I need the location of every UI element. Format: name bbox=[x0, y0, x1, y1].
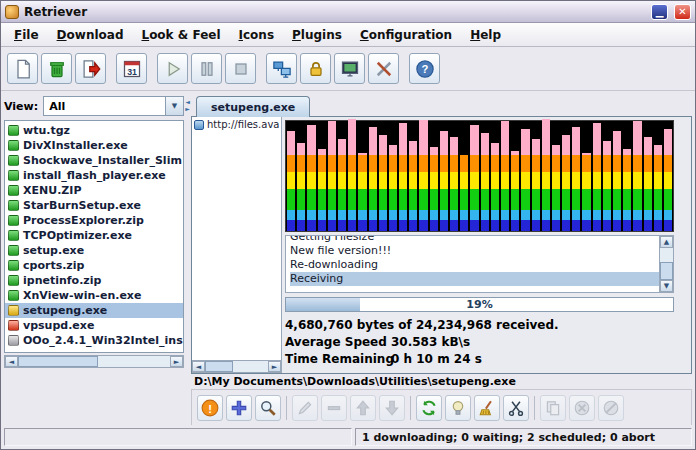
menu-download[interactable]: Download bbox=[48, 25, 133, 45]
add-download-button[interactable] bbox=[226, 395, 252, 421]
url-item[interactable]: http://files.ava bbox=[194, 119, 279, 130]
cancel-button[interactable] bbox=[569, 395, 595, 421]
list-item-selected[interactable]: setupeng.exe bbox=[5, 303, 183, 318]
list-item[interactable]: Shockwave_Installer_Slim bbox=[5, 153, 183, 168]
list-item[interactable]: XENU.ZIP bbox=[5, 183, 183, 198]
scroll-down-icon[interactable]: ▼ bbox=[660, 280, 673, 292]
log-line[interactable]: Getting Filesize bbox=[290, 235, 659, 244]
cancel-icon bbox=[573, 399, 591, 417]
toolbar-separator bbox=[410, 396, 411, 420]
menu-plugins[interactable]: Plugins bbox=[283, 25, 351, 45]
scroll-left-icon[interactable]: ◄ bbox=[192, 361, 205, 372]
log-line[interactable]: New file version!!! bbox=[290, 244, 659, 258]
network-button[interactable] bbox=[266, 53, 297, 84]
find-button[interactable] bbox=[255, 395, 281, 421]
scroll-up-icon[interactable]: ▲ bbox=[660, 236, 673, 248]
calendar-icon: 31 bbox=[122, 59, 142, 79]
list-item[interactable]: TCPOptimizer.exe bbox=[5, 228, 183, 243]
file-status-icon bbox=[8, 335, 19, 346]
view-filter-combobox[interactable]: All ▼ bbox=[43, 96, 184, 116]
list-item[interactable]: OOo_2.4.1_Win32Intel_ins bbox=[5, 333, 183, 348]
chevron-down-icon[interactable]: ▼ bbox=[165, 97, 183, 115]
statusbar: 1 downloading; 0 waiting; 2 scheduled; 0… bbox=[1, 425, 695, 449]
scroll-right-icon[interactable]: ► bbox=[268, 361, 281, 372]
list-item[interactable]: setup.exe bbox=[5, 243, 183, 258]
new-download-button[interactable] bbox=[7, 53, 38, 84]
network-monitors-icon bbox=[272, 59, 292, 79]
delete-download-button[interactable] bbox=[41, 53, 72, 84]
svg-text:?: ? bbox=[421, 63, 428, 75]
minimize-button[interactable]: ▁ bbox=[651, 4, 668, 20]
splitter-collapse-icons[interactable]: ◄► bbox=[184, 99, 191, 112]
tools-button[interactable] bbox=[368, 53, 399, 84]
url-icon bbox=[194, 120, 204, 130]
block-button[interactable] bbox=[598, 395, 624, 421]
list-item[interactable]: XnView-win-en.exe bbox=[5, 288, 183, 303]
menu-file[interactable]: File bbox=[5, 25, 48, 45]
abort-button[interactable]: ! bbox=[197, 395, 223, 421]
progress-percent: 19% bbox=[286, 298, 673, 312]
menu-look-and-feel[interactable]: Look & Feel bbox=[132, 25, 229, 45]
list-item[interactable]: DivXInstaller.exe bbox=[5, 138, 183, 153]
log-vscrollbar[interactable]: ▲ ▼ bbox=[659, 236, 673, 292]
tab-strip: setupeng.exe bbox=[191, 93, 692, 116]
download-toolbar: ! bbox=[191, 389, 692, 427]
menu-configuration[interactable]: Configuration bbox=[351, 25, 461, 45]
refresh-button[interactable] bbox=[416, 395, 442, 421]
log-line[interactable]: Re-downloading bbox=[290, 258, 659, 272]
file-status-icon bbox=[8, 140, 19, 151]
file-status-icon bbox=[8, 125, 19, 136]
remove-download-button[interactable] bbox=[75, 53, 106, 84]
block-icon bbox=[602, 399, 620, 417]
list-item[interactable]: StarBurnSetup.exe bbox=[5, 198, 183, 213]
plus-icon bbox=[230, 399, 248, 417]
close-button[interactable]: ✕ bbox=[674, 4, 691, 20]
scrollbar-thumb[interactable] bbox=[660, 262, 673, 280]
scrollbar-thumb[interactable] bbox=[18, 356, 98, 367]
screenshot-button[interactable] bbox=[334, 53, 365, 84]
split-pane-divider[interactable]: ◄► bbox=[184, 91, 191, 425]
list-item[interactable]: ipnetinfo.zip bbox=[5, 273, 183, 288]
url-hscrollbar[interactable]: ◄ ► bbox=[192, 360, 281, 373]
url-list: http://files.ava bbox=[192, 117, 281, 360]
scroll-right-icon[interactable]: ► bbox=[170, 356, 183, 367]
time-remaining-value: 0 h 10 m 24 s bbox=[391, 352, 482, 366]
move-down-button[interactable] bbox=[379, 395, 405, 421]
tab-setupeng[interactable]: setupeng.exe bbox=[196, 96, 310, 117]
hint-button[interactable] bbox=[445, 395, 471, 421]
clean-button[interactable] bbox=[474, 395, 500, 421]
file-status-icon bbox=[8, 185, 19, 196]
menu-icons[interactable]: Icons bbox=[230, 25, 284, 45]
list-item[interactable]: wtu.tgz bbox=[5, 123, 183, 138]
help-button[interactable]: ? bbox=[409, 53, 440, 84]
arrow-up-icon bbox=[354, 399, 372, 417]
start-button[interactable] bbox=[157, 53, 188, 84]
file-status-icon bbox=[8, 215, 19, 226]
lock-button[interactable] bbox=[300, 53, 331, 84]
schedule-button[interactable]: 31 bbox=[116, 53, 147, 84]
lock-icon bbox=[306, 59, 326, 79]
arrow-down-icon bbox=[383, 399, 401, 417]
list-item[interactable]: install_flash_player.exe bbox=[5, 168, 183, 183]
cut-button[interactable] bbox=[503, 395, 529, 421]
file-status-icon bbox=[8, 155, 19, 166]
edit-button[interactable] bbox=[292, 395, 318, 421]
stop-button[interactable] bbox=[225, 53, 256, 84]
list-item[interactable]: ProcessExplorer.zip bbox=[5, 213, 183, 228]
view-label: View: bbox=[4, 100, 38, 113]
magnifier-icon bbox=[259, 399, 277, 417]
file-status-icon bbox=[8, 320, 19, 331]
move-up-button[interactable] bbox=[350, 395, 376, 421]
scrollbar-thumb[interactable] bbox=[205, 361, 233, 372]
menu-help[interactable]: Help bbox=[461, 25, 510, 45]
copy-button[interactable] bbox=[540, 395, 566, 421]
scroll-left-icon[interactable]: ◄ bbox=[5, 356, 18, 367]
list-item[interactable]: cports.zip bbox=[5, 258, 183, 273]
log-line-selected[interactable]: Receiving bbox=[290, 272, 659, 286]
list-item[interactable]: vpsupd.exe bbox=[5, 318, 183, 333]
pause-button[interactable] bbox=[191, 53, 222, 84]
remove-button[interactable] bbox=[321, 395, 347, 421]
monitor-icon bbox=[340, 59, 360, 79]
view-filter-value: All bbox=[44, 97, 165, 115]
file-list-hscrollbar[interactable]: ◄ ► bbox=[4, 355, 184, 368]
